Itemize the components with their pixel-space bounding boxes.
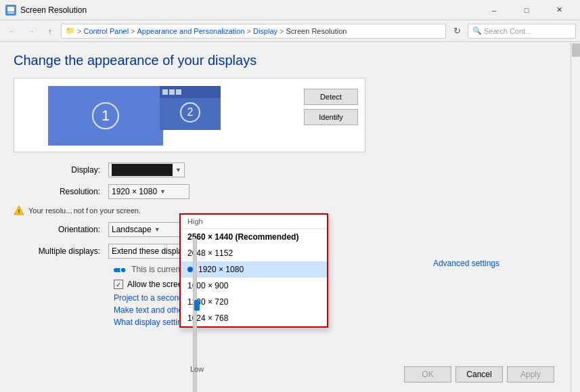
display-preview-swatch [112, 164, 173, 176]
advanced-settings-link[interactable]: Advanced settings [433, 259, 499, 268]
orientation-dropdown-arrow: ▼ [154, 226, 160, 233]
orientation-value: Landscape [112, 225, 152, 234]
resolution-item-1[interactable]: 2048 × 1152 [181, 245, 327, 261]
breadcrumb-display[interactable]: Display [253, 27, 277, 35]
item-0-label: 2560 × 1440 (Recommended) [187, 232, 298, 242]
resolution-value: 1920 × 1080 [112, 187, 157, 196]
window-title: Screen Resolution [20, 5, 478, 15]
resolution-row: Resolution: 1920 × 1080 ▼ [14, 183, 557, 200]
forward-button[interactable]: → [23, 23, 39, 39]
warning-rest: on your screen. [89, 206, 141, 215]
resolution-slider-thumb[interactable] [194, 300, 200, 311]
breadcrumb: 📁 > Control Panel > Appearance and Perso… [61, 24, 446, 39]
monitor-2-header [160, 86, 221, 98]
display-control: ▼ [108, 162, 185, 177]
item-2-label: 1920 × 1080 [198, 265, 244, 274]
monitor-1[interactable]: 1 [48, 86, 163, 146]
search-icon: 🔍 [472, 26, 482, 35]
cancel-button[interactable]: Cancel [455, 366, 503, 383]
monitor-2[interactable]: 2 [160, 86, 221, 130]
resolution-item-5[interactable]: 1024 × 768 [181, 310, 327, 326]
close-button[interactable]: ✕ [543, 0, 575, 20]
up-button[interactable]: ↑ [42, 23, 58, 39]
resolution-item-4[interactable]: 1280 × 720 [181, 294, 327, 310]
selected-dot [187, 267, 193, 272]
resolution-dropdown[interactable]: 1920 × 1080 ▼ [108, 184, 189, 199]
breadcrumb-home-icon: 📁 [66, 26, 75, 35]
scrollbar-right[interactable] [571, 42, 580, 392]
resolution-item-0[interactable]: 2560 × 1440 (Recommended) [181, 229, 327, 245]
monitor-2-dots [162, 89, 181, 95]
resolution-label: Resolution: [14, 187, 108, 196]
back-button[interactable]: ← [4, 23, 20, 39]
display-dropdown[interactable]: ▼ [108, 162, 185, 177]
warning-icon: ! [14, 205, 24, 216]
resolution-control: 1920 × 1080 ▼ [108, 184, 189, 199]
warning-suffix: not f [74, 206, 88, 215]
display-row: Display: ▼ [14, 162, 557, 178]
search-placeholder: Search Cont... [484, 27, 531, 35]
main-content: Change the appearance of your displays 1… [0, 42, 580, 392]
identify-button[interactable]: Identify [304, 109, 358, 125]
blue-toggle-icon [114, 266, 127, 274]
resolution-dropdown-arrow: ▼ [160, 188, 166, 195]
resolution-item-3[interactable]: 1600 × 900 [181, 278, 327, 294]
display-preview: 1 2 Detect Identify [14, 78, 365, 152]
title-bar: Screen Resolution – □ ✕ [0, 0, 580, 20]
svg-text:!: ! [18, 208, 20, 215]
svg-point-5 [120, 267, 126, 273]
warning-text: Your resolut... [28, 206, 72, 215]
apply-button[interactable]: Apply [507, 366, 554, 383]
resolution-popup: High 2560 × 1440 (Recommended) 2048 × 11… [179, 213, 328, 328]
display-label: Display: [14, 165, 108, 175]
page-title: Change the appearance of your displays [14, 53, 557, 68]
allow-screen-checkbox[interactable]: ✓ [114, 280, 123, 289]
slider-low-label: Low [190, 365, 204, 373]
monitor-1-number: 1 [92, 102, 119, 129]
minimize-button[interactable]: – [478, 0, 510, 20]
content-area: Change the appearance of your displays 1… [0, 42, 571, 392]
breadcrumb-control-panel[interactable]: Control Panel [83, 27, 129, 35]
monitor-2-number: 2 [180, 102, 200, 123]
app-icon [5, 5, 16, 16]
popup-header: High [181, 215, 327, 229]
svg-rect-0 [7, 7, 14, 12]
display-dropdown-arrow: ▼ [175, 167, 181, 173]
allow-screen-label: Allow the screen [127, 280, 187, 289]
search-box[interactable]: 🔍 Search Cont... [468, 24, 576, 39]
address-bar: ← → ↑ 📁 > Control Panel > Appearance and… [0, 20, 580, 42]
detect-identify-buttons: Detect Identify [304, 89, 358, 125]
ok-button[interactable]: OK [404, 366, 451, 383]
scroll-thumb[interactable] [572, 43, 580, 57]
multiple-displays-label: Multiple displays: [14, 246, 108, 256]
orientation-label: Orientation: [14, 225, 108, 234]
maximize-button[interactable]: □ [511, 0, 542, 20]
resolution-item-2[interactable]: 1920 × 1080 [181, 261, 327, 278]
refresh-button[interactable]: ↻ [449, 23, 465, 39]
detect-button[interactable]: Detect [304, 89, 358, 105]
window-controls: – □ ✕ [478, 0, 575, 20]
breadcrumb-appearance[interactable]: Appearance and Personalization [137, 27, 245, 35]
breadcrumb-screen-resolution: Screen Resolution [286, 27, 347, 35]
bottom-buttons: OK Cancel Apply [404, 366, 554, 383]
svg-rect-1 [7, 12, 14, 14]
